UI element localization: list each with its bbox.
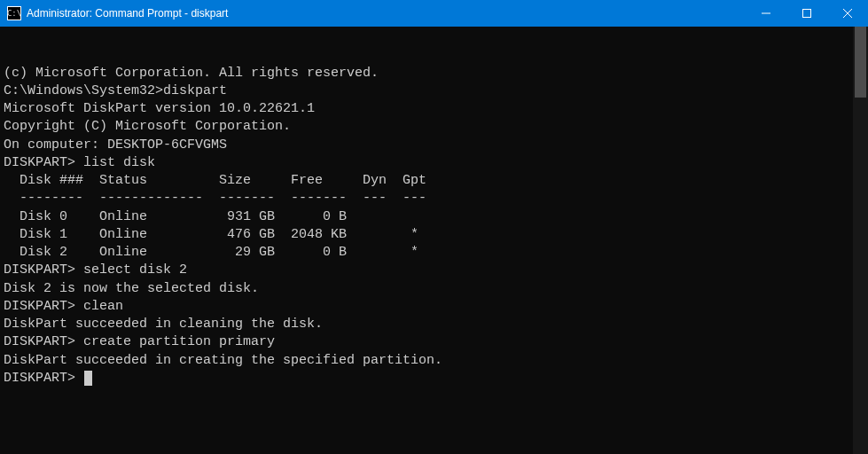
terminal-line: C:\Windows\System32>diskpart bbox=[4, 82, 864, 100]
terminal-line: Disk 1 Online 476 GB 2048 KB * bbox=[4, 226, 864, 244]
terminal-area[interactable]: (c) Microsoft Corporation. All rights re… bbox=[0, 27, 868, 454]
terminal-line: DISKPART> clean bbox=[4, 298, 864, 316]
maximize-button[interactable] bbox=[786, 0, 827, 27]
window-title: Administrator: Command Prompt - diskpart bbox=[27, 7, 228, 20]
minimize-button[interactable] bbox=[746, 0, 786, 27]
scrollbar-thumb[interactable] bbox=[855, 27, 866, 98]
terminal-line: Disk 0 Online 931 GB 0 B bbox=[4, 208, 864, 226]
minimize-icon bbox=[762, 9, 770, 18]
svg-rect-0 bbox=[803, 10, 811, 18]
terminal-output: (c) Microsoft Corporation. All rights re… bbox=[4, 65, 864, 388]
terminal-line: DiskPart succeeded in cleaning the disk. bbox=[4, 316, 864, 333]
terminal-line: Disk 2 Online 29 GB 0 B * bbox=[4, 244, 864, 262]
close-icon bbox=[843, 9, 852, 18]
terminal-line: -------- ------------- ------- ------- -… bbox=[4, 190, 864, 207]
titlebar[interactable]: C:\ Administrator: Command Prompt - disk… bbox=[0, 0, 868, 27]
terminal-line: Microsoft DiskPart version 10.0.22621.1 bbox=[4, 100, 864, 118]
terminal-line: Disk 2 is now the selected disk. bbox=[4, 280, 864, 298]
terminal-line: DISKPART> list disk bbox=[4, 154, 864, 172]
terminal-line: (c) Microsoft Corporation. All rights re… bbox=[4, 65, 864, 82]
terminal-line: Disk ### Status Size Free Dyn Gpt bbox=[4, 172, 864, 190]
cmd-icon: C:\ bbox=[7, 6, 21, 20]
terminal-line: DISKPART> bbox=[4, 370, 864, 387]
caret bbox=[84, 371, 92, 386]
maximize-icon bbox=[802, 9, 811, 18]
terminal-line: Copyright (C) Microsoft Corporation. bbox=[4, 118, 864, 136]
terminal-line: DISKPART> select disk 2 bbox=[4, 262, 864, 279]
cmd-icon-label: C:\ bbox=[7, 10, 21, 18]
terminal-line: DISKPART> create partition primary bbox=[4, 333, 864, 351]
terminal-line: On computer: DESKTOP-6CFVGMS bbox=[4, 137, 864, 154]
vertical-scrollbar[interactable] bbox=[853, 27, 868, 454]
terminal-line: DiskPart succeeded in creating the speci… bbox=[4, 352, 864, 370]
close-button[interactable] bbox=[827, 0, 868, 27]
